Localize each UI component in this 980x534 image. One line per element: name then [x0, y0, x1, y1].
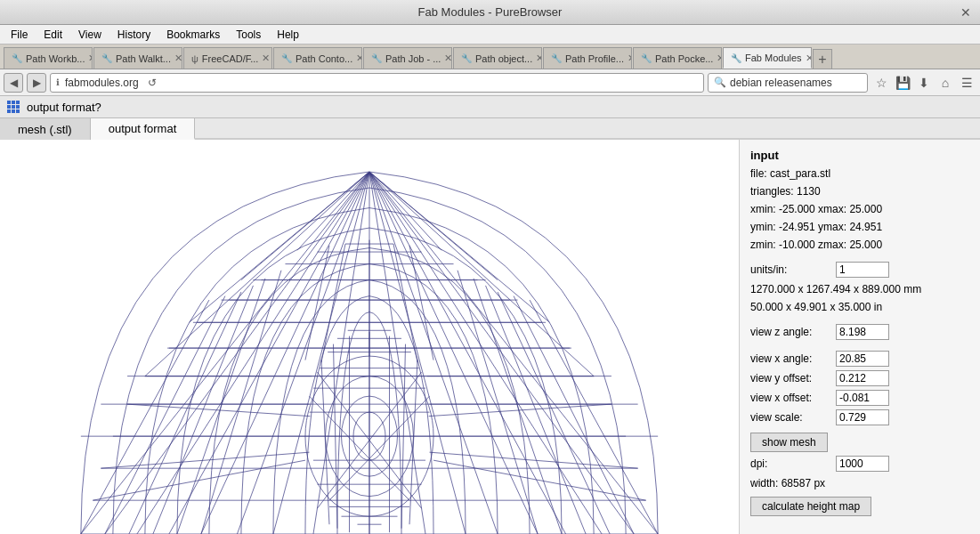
view-x-offset-label: view x offset:	[750, 392, 830, 404]
units-input[interactable]	[836, 262, 889, 278]
tab-label: FreeCAD/F...	[202, 53, 259, 64]
tab-icon: 🔧	[371, 53, 382, 63]
tab-path-walkthrough[interactable]: 🔧 Path Walkt... ✕	[93, 47, 182, 69]
view-x-angle-input[interactable]	[836, 351, 889, 367]
tab-bar: 🔧 Path Workb... ✕ 🔧 Path Walkt... ✕ ψ Fr…	[0, 44, 980, 69]
view-x-offset-input[interactable]	[836, 390, 889, 406]
xmin-line: xmin: -25.000 xmax: 25.000	[750, 201, 969, 217]
view-x-angle-label: view x angle:	[750, 352, 830, 365]
menu-edit[interactable]: Edit	[36, 27, 69, 43]
info-section-title: input	[750, 149, 969, 162]
tab-label: Path Workb...	[26, 53, 85, 64]
view-x-angle-row: view x angle:	[750, 351, 969, 367]
menu-bookmarks[interactable]: Bookmarks	[159, 27, 227, 43]
title-bar: Fab Modules - PureBrowser ✕	[0, 0, 980, 25]
new-tab-button[interactable]: +	[813, 49, 832, 69]
search-icon: 🔍	[714, 77, 726, 88]
view-z-input[interactable]	[836, 324, 889, 340]
output-title: output format?	[27, 101, 101, 114]
tab-close-icon[interactable]: ✕	[444, 53, 452, 64]
size-in-line: 50.000 x 49.901 x 35.000 in	[750, 299, 969, 315]
units-row: units/in:	[750, 262, 969, 278]
view-z-label: view z angle:	[750, 326, 830, 338]
dpi-input[interactable]	[836, 456, 889, 472]
menu-icon[interactable]: ☰	[957, 73, 976, 93]
tab-label: Path Walkt...	[116, 53, 171, 64]
main-content: input file: cast_para.stl triangles: 113…	[0, 140, 980, 534]
tab-label: Fab Modules	[745, 53, 802, 63]
tab-path-object[interactable]: 🔧 Path object... ✕	[453, 47, 542, 69]
tab-output-format[interactable]: output format	[91, 118, 196, 140]
tab-icon: 🔧	[461, 53, 472, 63]
address-bar: ◀ ▶ ℹ fabmodules.org ↺ 🔍 debian releasen…	[0, 69, 980, 96]
tab-icon: ψ	[191, 53, 198, 64]
canvas-area	[0, 140, 740, 534]
window-title: Fab Modules - PureBrowser	[418, 5, 563, 19]
ymin-line: ymin: -24.951 ymax: 24.951	[750, 219, 969, 235]
mesh-svg	[0, 140, 739, 534]
reload-button[interactable]: ↺	[148, 77, 157, 89]
save-icon[interactable]: 💾	[893, 73, 912, 93]
calc-height-map-button[interactable]: calculate height map	[750, 497, 871, 516]
tab-path-workbench[interactable]: 🔧 Path Workb... ✕	[4, 47, 93, 69]
tab-path-job[interactable]: 🔧 Path Job - ... ✕	[363, 47, 452, 69]
menu-help[interactable]: Help	[270, 27, 306, 43]
tab-close-icon[interactable]: ✕	[262, 53, 270, 64]
url-box[interactable]: ℹ fabmodules.org ↺	[50, 73, 704, 93]
download-icon[interactable]: ⬇	[914, 73, 934, 93]
view-z-row: view z angle:	[750, 324, 969, 340]
tab-icon: 🔧	[12, 53, 22, 63]
view-y-offset-input[interactable]	[836, 370, 889, 386]
tab-icon: 🔧	[551, 53, 562, 63]
tab-mesh-stl-label: mesh (.stl)	[18, 123, 72, 136]
tab-icon: 🔧	[641, 53, 652, 63]
tab-path-contour[interactable]: 🔧 Path Conto... ✕	[273, 47, 362, 69]
format-tabs: mesh (.stl) output format	[0, 118, 980, 140]
tab-close-icon[interactable]: ✕	[628, 53, 632, 64]
forward-button[interactable]: ▶	[27, 73, 46, 93]
tab-icon: 🔧	[281, 53, 292, 63]
units-label: units/in:	[750, 263, 830, 276]
tab-label: Path Pocke...	[655, 53, 713, 64]
dpi-label: dpi:	[750, 457, 830, 470]
tab-icon: 🔧	[101, 53, 112, 63]
tab-fab-modules[interactable]: 🔧 Fab Modules ✕	[723, 47, 812, 69]
menu-history[interactable]: History	[110, 27, 158, 43]
menu-tools[interactable]: Tools	[229, 27, 268, 43]
tab-close-icon[interactable]: ✕	[536, 53, 542, 64]
menu-view[interactable]: View	[71, 27, 109, 43]
tab-close-icon[interactable]: ✕	[806, 53, 812, 64]
tab-label: Path Job - ...	[385, 53, 441, 64]
bookmark-icon[interactable]: ☆	[871, 73, 891, 93]
tab-close-icon[interactable]: ✕	[174, 53, 182, 64]
back-button[interactable]: ◀	[4, 73, 23, 93]
show-mesh-button[interactable]: show mesh	[750, 433, 828, 452]
search-text: debian releasenames	[730, 77, 832, 89]
menu-file[interactable]: File	[4, 27, 35, 43]
search-box[interactable]: 🔍 debian releasenames	[708, 73, 868, 93]
view-y-offset-label: view y offset:	[750, 372, 830, 384]
tab-close-icon[interactable]: ✕	[88, 53, 93, 64]
info-icon: ℹ	[56, 77, 60, 87]
tab-output-format-label: output format	[109, 122, 177, 135]
output-header: output format?	[0, 96, 980, 118]
tab-label: Path Conto...	[296, 53, 352, 64]
tab-close-icon[interactable]: ✕	[356, 53, 362, 64]
tab-mesh-stl[interactable]: mesh (.stl)	[0, 118, 91, 140]
close-button[interactable]: ✕	[959, 5, 973, 20]
grid-icon	[7, 101, 20, 113]
triangles-line: triangles: 1130	[750, 183, 969, 199]
app-area: output format? mesh (.stl) output format	[0, 96, 980, 534]
view-scale-input[interactable]	[836, 409, 889, 425]
view-scale-label: view scale:	[750, 411, 830, 424]
size-mm-line: 1270.000 x 1267.494 x 889.000 mm	[750, 281, 969, 297]
zmin-line: zmin: -10.000 zmax: 25.000	[750, 237, 969, 253]
home-icon[interactable]: ⌂	[935, 73, 955, 93]
tab-path-pocket[interactable]: 🔧 Path Pocke... ✕	[633, 47, 722, 69]
tab-icon: 🔧	[731, 53, 741, 63]
width-line: width: 68587 px	[750, 475, 969, 491]
tab-freecad[interactable]: ψ FreeCAD/F... ✕	[183, 47, 272, 69]
tab-close-icon[interactable]: ✕	[717, 53, 722, 64]
view-x-offset-row: view x offset:	[750, 390, 969, 406]
tab-path-profile[interactable]: 🔧 Path Profile... ✕	[543, 47, 632, 69]
